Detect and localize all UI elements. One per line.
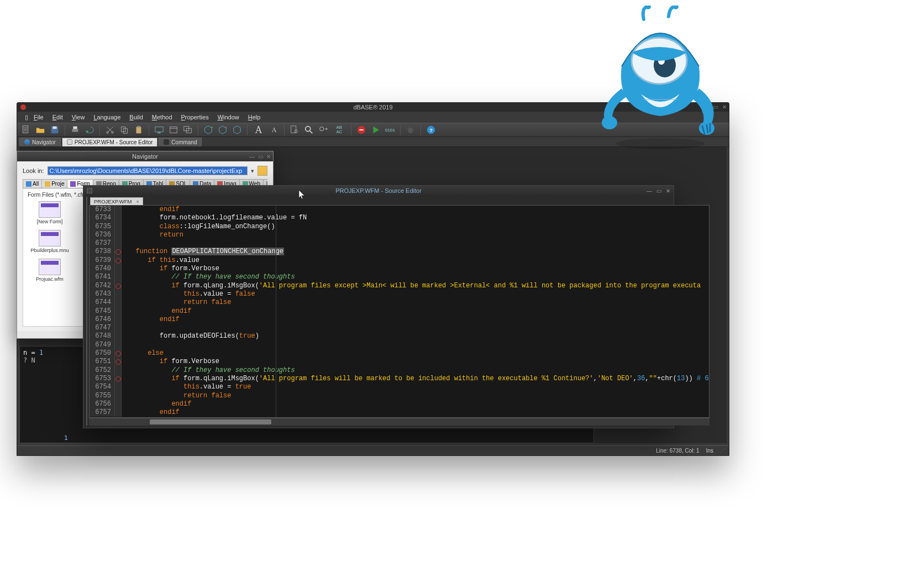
nav-minimize-button[interactable]: — bbox=[249, 154, 255, 160]
windows-icon[interactable] bbox=[182, 124, 193, 135]
lookin-dropdown-icon[interactable]: ▾ bbox=[251, 167, 254, 175]
code-text[interactable]: endif bbox=[122, 408, 180, 417]
code-line[interactable]: 6756 endif bbox=[90, 400, 709, 408]
code-line[interactable]: 6743 this.value = false bbox=[90, 290, 709, 298]
code-text[interactable]: this.value = false bbox=[122, 290, 255, 298]
cube-icon[interactable] bbox=[232, 124, 243, 135]
undo-icon[interactable] bbox=[84, 124, 95, 135]
stop-icon[interactable] bbox=[356, 124, 367, 135]
code-line[interactable]: 6736 return bbox=[90, 231, 709, 239]
doc-search-icon[interactable] bbox=[289, 124, 300, 135]
code-text[interactable]: endif bbox=[122, 316, 180, 324]
gutter-marker[interactable] bbox=[115, 290, 122, 298]
gutter-marker[interactable] bbox=[115, 239, 122, 248]
code-text[interactable]: if form.Verbose bbox=[122, 265, 219, 273]
replace-icon[interactable]: ABAC bbox=[332, 124, 346, 135]
desktop-icon[interactable] bbox=[154, 124, 165, 135]
code-text[interactable]: endif bbox=[122, 307, 191, 316]
code-line[interactable]: 6750 else bbox=[90, 349, 709, 358]
src-maximize-button[interactable]: ▭ bbox=[656, 188, 661, 194]
gutter-marker[interactable] bbox=[115, 273, 122, 281]
tab-command[interactable]: Command bbox=[159, 138, 202, 146]
file-projuac[interactable]: Projuac.wfm bbox=[28, 259, 72, 282]
gutter-marker[interactable] bbox=[115, 408, 122, 417]
status-resize-grip-icon[interactable]: ⋰ bbox=[720, 448, 726, 454]
menu-build[interactable]: Build bbox=[126, 113, 146, 122]
code-editor[interactable]: 6733 endif6734 form.notebook1.logfilenam… bbox=[89, 205, 709, 418]
code-text[interactable]: if form.qLang.iMsgBox('All program files… bbox=[122, 282, 701, 290]
code-line[interactable]: 6752 // If they have second thoughts bbox=[90, 366, 709, 375]
code-text[interactable] bbox=[122, 324, 128, 332]
font-small-icon[interactable]: A bbox=[269, 124, 280, 135]
code-text[interactable]: this.value = true bbox=[122, 383, 251, 391]
open-folder-icon[interactable] bbox=[35, 124, 46, 135]
code-line[interactable]: 6740 if form.Verbose bbox=[90, 265, 709, 273]
code-text[interactable]: endif bbox=[122, 400, 191, 408]
navigator-title-bar[interactable]: Navigator —▭✕ bbox=[17, 151, 273, 161]
gutter-marker[interactable] bbox=[115, 383, 122, 391]
cube-add-icon[interactable]: + bbox=[203, 124, 214, 135]
src-minimize-button[interactable]: — bbox=[646, 188, 652, 194]
code-line[interactable]: 6755 return false bbox=[90, 392, 709, 400]
gutter-marker[interactable] bbox=[115, 349, 122, 358]
gutter-marker[interactable] bbox=[115, 341, 122, 349]
code-line[interactable]: 6754 this.value = true bbox=[90, 383, 709, 391]
outline-scrollbar[interactable] bbox=[86, 197, 87, 425]
code-line[interactable]: 6744 return false bbox=[90, 298, 709, 307]
code-text[interactable]: form.notebook1.logfilename.value = fN bbox=[122, 214, 307, 222]
file-pbuilderplus[interactable]: Pbuilderplus.mnu bbox=[28, 230, 72, 253]
file-new-form[interactable]: [New Form] bbox=[28, 201, 72, 224]
new-file-icon[interactable] bbox=[20, 124, 31, 135]
run-icon[interactable] bbox=[370, 124, 381, 135]
source-title-bar[interactable]: PROJEXP.WFM - Source Editor —▭✕ bbox=[83, 186, 674, 196]
menu-properties[interactable]: Properties bbox=[178, 113, 212, 122]
code-text[interactable]: if form.Verbose bbox=[122, 358, 219, 366]
code-line[interactable]: 6747 bbox=[90, 324, 709, 332]
lookin-input[interactable] bbox=[48, 166, 248, 175]
code-text[interactable]: else bbox=[122, 349, 164, 358]
code-text[interactable]: form.updateDEOFiles(true) bbox=[122, 332, 259, 340]
gutter-marker[interactable] bbox=[115, 206, 122, 214]
gutter-marker[interactable] bbox=[115, 358, 122, 366]
code-line[interactable]: 6745 endif bbox=[90, 307, 709, 316]
tab-navigator[interactable]: Navigator bbox=[19, 138, 61, 146]
code-line[interactable]: 6742 if form.qLang.iMsgBox('All program … bbox=[90, 282, 709, 290]
code-line[interactable]: 6746 endif bbox=[90, 316, 709, 324]
cut-icon[interactable] bbox=[104, 124, 115, 135]
menu-window[interactable]: Window bbox=[214, 113, 243, 122]
code-text[interactable]: class::logFileName_onChange() bbox=[122, 223, 275, 231]
code-text[interactable]: function DEOAPPLICATIONCHECK_onChange bbox=[122, 248, 284, 256]
cube-remove-icon[interactable]: × bbox=[217, 124, 228, 135]
save-icon[interactable] bbox=[49, 124, 60, 135]
nav-tab-all[interactable]: All bbox=[23, 179, 42, 188]
code-text[interactable]: if form.qLang.iMsgBox('All program files… bbox=[122, 375, 709, 383]
font-large-icon[interactable]: A bbox=[252, 124, 265, 135]
gutter-marker[interactable] bbox=[115, 324, 122, 332]
print-icon[interactable] bbox=[70, 124, 81, 135]
gutter-marker[interactable] bbox=[115, 256, 122, 265]
code-line[interactable]: 6733 endif bbox=[90, 206, 709, 214]
src-close-button[interactable]: ✕ bbox=[666, 188, 670, 194]
gutter-marker[interactable] bbox=[115, 231, 122, 239]
code-line[interactable]: 6757 endif bbox=[90, 408, 709, 417]
gutter-marker[interactable] bbox=[115, 400, 122, 408]
gutter-marker[interactable] bbox=[115, 307, 122, 316]
code-text[interactable]: return false bbox=[122, 392, 231, 400]
code-text[interactable]: return false bbox=[122, 298, 231, 307]
paste-icon[interactable] bbox=[133, 124, 144, 135]
gutter-marker[interactable] bbox=[115, 298, 122, 307]
copy-icon[interactable] bbox=[119, 124, 130, 135]
tab-close-icon[interactable]: × bbox=[136, 199, 139, 204]
code-line[interactable]: 6734 form.notebook1.logfilename.value = … bbox=[90, 214, 709, 222]
menu-file[interactable]: File bbox=[30, 113, 47, 122]
menu-method[interactable]: Method bbox=[149, 113, 176, 122]
nav-maximize-button[interactable]: ▭ bbox=[258, 154, 263, 160]
code-line[interactable]: 6739 if this.value bbox=[90, 256, 709, 265]
code-line[interactable]: 6737 bbox=[90, 239, 709, 248]
gutter-marker[interactable] bbox=[115, 316, 122, 324]
search-forward-icon[interactable] bbox=[318, 124, 329, 135]
gutter-marker[interactable] bbox=[115, 366, 122, 375]
gutter-marker[interactable] bbox=[115, 223, 122, 231]
nav-close-button[interactable]: ✕ bbox=[266, 154, 271, 160]
gutter-marker[interactable] bbox=[115, 332, 122, 340]
